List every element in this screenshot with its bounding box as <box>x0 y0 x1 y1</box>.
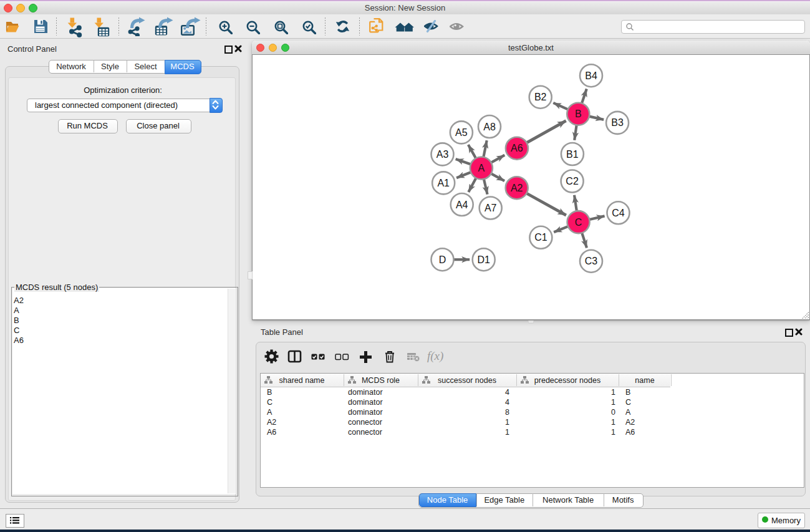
svg-text:A1: A1 <box>437 178 450 188</box>
svg-text:D: D <box>439 254 446 265</box>
svg-text:C1: C1 <box>534 232 547 243</box>
svg-text:A5: A5 <box>455 127 468 138</box>
svg-text:A: A <box>478 163 485 173</box>
svg-text:A4: A4 <box>456 200 468 210</box>
svg-text:B4: B4 <box>585 70 597 81</box>
svg-text:A3: A3 <box>436 149 449 160</box>
svg-text:B3: B3 <box>611 117 624 128</box>
svg-text:B: B <box>575 109 582 119</box>
svg-text:C2: C2 <box>566 176 579 186</box>
svg-text:B2: B2 <box>534 92 547 102</box>
svg-text:B1: B1 <box>566 149 579 160</box>
svg-text:A6: A6 <box>511 143 523 153</box>
svg-text:D1: D1 <box>477 254 490 265</box>
svg-text:C3: C3 <box>585 256 598 266</box>
svg-text:A2: A2 <box>511 183 523 193</box>
svg-text:A7: A7 <box>485 203 497 213</box>
svg-text:C4: C4 <box>612 208 625 218</box>
svg-text:C: C <box>575 217 582 228</box>
svg-text:A8: A8 <box>483 122 496 132</box>
